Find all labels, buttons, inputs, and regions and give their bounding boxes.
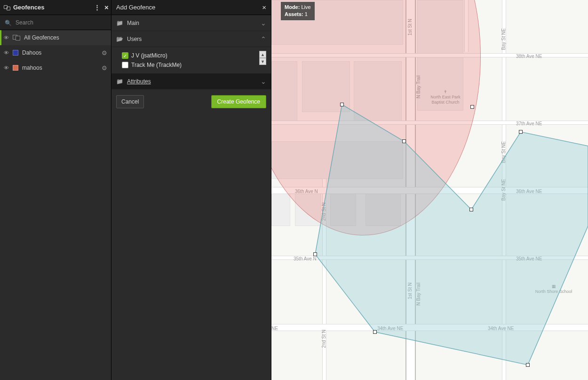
- folder-attributes[interactable]: Attributes ⌄: [111, 73, 271, 89]
- polygon-handle[interactable]: [313, 252, 317, 256]
- gear-icon[interactable]: [102, 65, 107, 72]
- geofences-more-button[interactable]: ⋮: [92, 4, 100, 11]
- folder-users[interactable]: Users ⌃: [111, 31, 271, 47]
- polygon-handle[interactable]: [469, 208, 473, 211]
- chevron-up-icon: ⌃: [261, 35, 266, 43]
- add-geofence-title: Add Geofence: [116, 4, 262, 11]
- folder-label: Attributes: [127, 78, 257, 85]
- road-label: 35th Ave NE: [516, 256, 542, 261]
- add-geofence-panel: Add Geofence × Main ⌄ Users ⌃ ✓ J V (jsa…: [111, 0, 271, 380]
- folder-label: Main: [127, 20, 257, 26]
- chevron-down-icon: ⌄: [261, 78, 266, 85]
- folder-icon: [116, 20, 123, 26]
- folder-main[interactable]: Main ⌄: [111, 15, 271, 31]
- geofence-item[interactable]: mahoos: [0, 60, 111, 75]
- user-row[interactable]: Track Me (TrackMe): [122, 60, 259, 70]
- checkbox-checked-icon[interactable]: ✓: [122, 52, 128, 59]
- polygon-handle[interactable]: [373, 330, 377, 334]
- road-label: 35th Ave N: [294, 256, 317, 261]
- road-label: Bay St NE: [501, 28, 506, 50]
- folder-icon: [116, 78, 123, 85]
- geofence-color-swatch: [13, 65, 18, 71]
- geofence-item-all[interactable]: All Geofences: [0, 30, 111, 45]
- eye-icon[interactable]: [4, 49, 9, 56]
- geofences-icon: [4, 4, 10, 11]
- geofence-list: All Geofences Dahoos mahoos: [0, 30, 111, 380]
- road-label: N Bay Trail: [416, 283, 421, 306]
- scroll-up-button[interactable]: ▲: [259, 51, 266, 58]
- road-label: 34th Ave NE: [377, 326, 403, 331]
- user-list: ✓ J V (jsatMicro) Track Me (TrackMe) ▲ ▼: [111, 47, 271, 73]
- geofence-item-label: Dahoos: [22, 49, 98, 56]
- geofence-item[interactable]: Dahoos: [0, 45, 111, 60]
- eye-icon[interactable]: [4, 34, 9, 41]
- road-label: Bay St NE: [501, 141, 506, 163]
- eye-icon[interactable]: [4, 65, 9, 71]
- assets-label: Assets:: [285, 11, 303, 17]
- assets-value: 1: [305, 11, 308, 17]
- map-road: [271, 324, 588, 331]
- geofence-item-label: All Geofences: [24, 34, 107, 41]
- scroll-down-button[interactable]: ▼: [259, 58, 266, 65]
- search-icon: [5, 18, 12, 27]
- button-row: Cancel Create Geofence: [111, 89, 271, 114]
- geofences-panel-title: Geofences: [13, 4, 44, 11]
- road-label: 38th Ave NE: [516, 54, 542, 59]
- checkbox-unchecked-icon[interactable]: [122, 62, 128, 68]
- add-geofence-close-button[interactable]: ×: [262, 3, 266, 11]
- road-label: Bay St NE: [501, 179, 506, 201]
- map-block: [271, 188, 290, 226]
- road-label: NE: [271, 326, 278, 331]
- mode-label: Mode:: [285, 4, 300, 10]
- all-geofences-icon: [13, 35, 20, 40]
- user-label: J V (jsatMicro): [131, 52, 167, 59]
- map-info-box: Mode: Live Assets: 1: [281, 2, 315, 20]
- road-label: 1st St N: [407, 283, 413, 299]
- user-list-scroll: ▲ ▼: [259, 51, 266, 70]
- user-label: Track Me (TrackMe): [131, 62, 182, 68]
- create-geofence-button[interactable]: Create Geofence: [211, 95, 266, 108]
- gear-icon[interactable]: [102, 49, 107, 57]
- mode-value: Live: [301, 4, 310, 10]
- geofences-panel-header: Geofences ⋮ ×: [0, 0, 111, 15]
- geofences-close-button[interactable]: ×: [100, 3, 107, 11]
- geofence-color-swatch: [13, 50, 18, 56]
- geofences-search-row: [0, 15, 111, 30]
- geofences-panel: Geofences ⋮ × All Geofences Dahoos mahoo…: [0, 0, 111, 380]
- polygon-handle[interactable]: [402, 139, 406, 143]
- poi-school: ▦North Shore School: [532, 284, 575, 294]
- polygon-handle[interactable]: [340, 103, 344, 106]
- polygon-handle[interactable]: [519, 130, 523, 134]
- user-row[interactable]: ✓ J V (jsatMicro): [122, 51, 259, 60]
- circle-handle[interactable]: [470, 105, 474, 109]
- road-label: 36th Ave NE: [516, 189, 542, 194]
- road-label: 2nd St N: [321, 330, 326, 348]
- road-label: 37th Ave NE: [516, 121, 542, 126]
- add-geofence-header: Add Geofence ×: [111, 0, 271, 15]
- map-area[interactable]: Mode: Live Assets: 1 38th Ave NE 37th Av…: [271, 0, 588, 380]
- cancel-button[interactable]: Cancel: [116, 95, 144, 108]
- geofence-circle[interactable]: [271, 0, 481, 235]
- polygon-handle[interactable]: [526, 363, 530, 367]
- road-label: 34th Ave NE: [488, 326, 514, 331]
- geofence-item-label: mahoos: [22, 65, 98, 71]
- geofences-search-input[interactable]: [16, 19, 106, 26]
- folder-label: Users: [127, 36, 257, 42]
- folder-open-icon: [116, 36, 123, 42]
- chevron-down-icon: ⌄: [261, 19, 266, 27]
